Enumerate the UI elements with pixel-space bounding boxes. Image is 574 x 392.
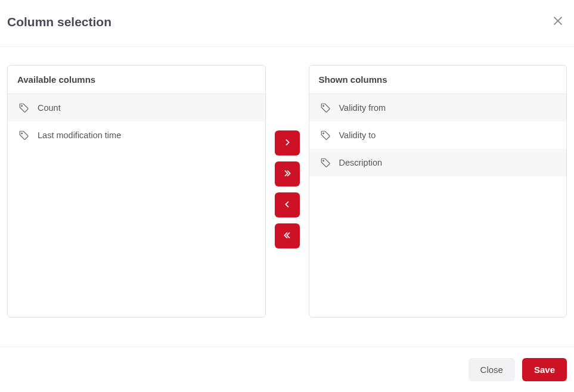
- chevron-left-icon: [283, 200, 292, 211]
- save-button[interactable]: Save: [522, 358, 567, 381]
- close-button[interactable]: Close: [468, 358, 515, 381]
- chevron-right-icon: [283, 138, 292, 149]
- move-left-button[interactable]: [275, 192, 300, 217]
- double-chevron-left-icon: [283, 231, 292, 242]
- tag-icon: [18, 130, 29, 141]
- list-item[interactable]: Count: [8, 94, 265, 122]
- svg-point-5: [322, 133, 324, 134]
- svg-point-3: [21, 133, 23, 134]
- svg-point-6: [322, 160, 324, 161]
- tag-icon: [320, 157, 331, 168]
- list-item[interactable]: Last modification time: [8, 122, 265, 149]
- shown-columns-list: Validity from Validity to Description: [309, 94, 567, 176]
- list-item[interactable]: Description: [309, 149, 567, 176]
- list-item-label: Validity to: [339, 130, 376, 140]
- move-all-left-button[interactable]: [275, 223, 300, 248]
- list-item-label: Last modification time: [38, 130, 121, 140]
- available-columns-header: Available columns: [8, 66, 265, 94]
- tag-icon: [320, 102, 331, 113]
- list-item-label: Count: [38, 103, 61, 113]
- list-item[interactable]: Validity from: [309, 94, 567, 122]
- dialog-body: Available columns Count Last modificatio…: [0, 47, 574, 323]
- dialog-footer: Close Save: [0, 347, 574, 392]
- tag-icon: [18, 102, 29, 113]
- transfer-controls: [266, 65, 309, 318]
- move-right-button[interactable]: [275, 130, 300, 155]
- tag-icon: [320, 130, 331, 141]
- available-columns-list: Count Last modification time: [8, 94, 265, 149]
- available-columns-panel: Available columns Count Last modificatio…: [7, 65, 266, 318]
- dialog-title: Column selection: [7, 15, 111, 29]
- list-item[interactable]: Validity to: [309, 122, 567, 149]
- double-chevron-right-icon: [283, 169, 292, 180]
- dialog-header: Column selection: [0, 0, 574, 46]
- close-icon[interactable]: [549, 12, 567, 32]
- list-item-label: Description: [339, 158, 383, 167]
- move-all-right-button[interactable]: [275, 161, 300, 186]
- svg-point-2: [21, 105, 23, 107]
- shown-columns-panel: Shown columns Validity from Validity to …: [309, 65, 567, 318]
- shown-columns-header: Shown columns: [309, 66, 567, 94]
- svg-point-4: [322, 105, 324, 107]
- list-item-label: Validity from: [339, 103, 386, 113]
